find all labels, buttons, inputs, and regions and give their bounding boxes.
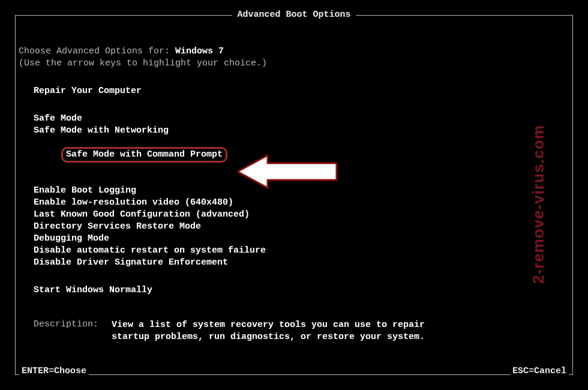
- option-last-known-good[interactable]: Last Known Good Configuration (advanced): [19, 209, 571, 221]
- title-bar: Advanced Boot Options: [16, 10, 572, 20]
- option-directory-restore[interactable]: Directory Services Restore Mode: [19, 221, 571, 233]
- watermark-text: 2-remove-virus.com: [529, 125, 548, 284]
- intro-line: Choose Advanced Options for: Windows 7: [19, 46, 571, 58]
- option-safe-mode-networking[interactable]: Safe Mode with Networking: [19, 125, 571, 137]
- option-disable-driver-sig[interactable]: Disable Driver Signature Enforcement: [19, 257, 571, 269]
- footer-bar: ENTER=Choose ESC=Cancel: [19, 366, 569, 376]
- intro-os: Windows 7: [175, 46, 224, 56]
- option-disable-auto-restart[interactable]: Disable automatic restart on system fail…: [19, 245, 571, 257]
- option-repair[interactable]: Repair Your Computer: [19, 85, 571, 97]
- boot-options-frame: Advanced Boot Options Choose Advanced Op…: [15, 15, 573, 375]
- intro-prefix: Choose Advanced Options for:: [19, 46, 175, 56]
- option-start-normally[interactable]: Start Windows Normally: [19, 284, 571, 296]
- svg-marker-0: [238, 155, 337, 188]
- description-row: Description: View a list of system recov…: [19, 296, 571, 343]
- footer-enter: ENTER=Choose: [19, 366, 89, 376]
- intro-hint: (Use the arrow keys to highlight your ch…: [19, 58, 571, 70]
- description-label: Description:: [34, 319, 112, 343]
- option-debugging[interactable]: Debugging Mode: [19, 233, 571, 245]
- description-text: View a list of system recovery tools you…: [112, 319, 448, 343]
- highlight-outline: Safe Mode with Command Prompt: [66, 149, 223, 161]
- screen-title: Advanced Boot Options: [232, 10, 355, 20]
- footer-esc: ESC=Cancel: [510, 366, 569, 376]
- option-low-res-video[interactable]: Enable low-resolution video (640x480): [19, 197, 571, 209]
- arrow-icon: [238, 154, 340, 190]
- content-area: Choose Advanced Options for: Windows 7 (…: [19, 46, 571, 343]
- option-safe-mode[interactable]: Safe Mode: [19, 113, 571, 125]
